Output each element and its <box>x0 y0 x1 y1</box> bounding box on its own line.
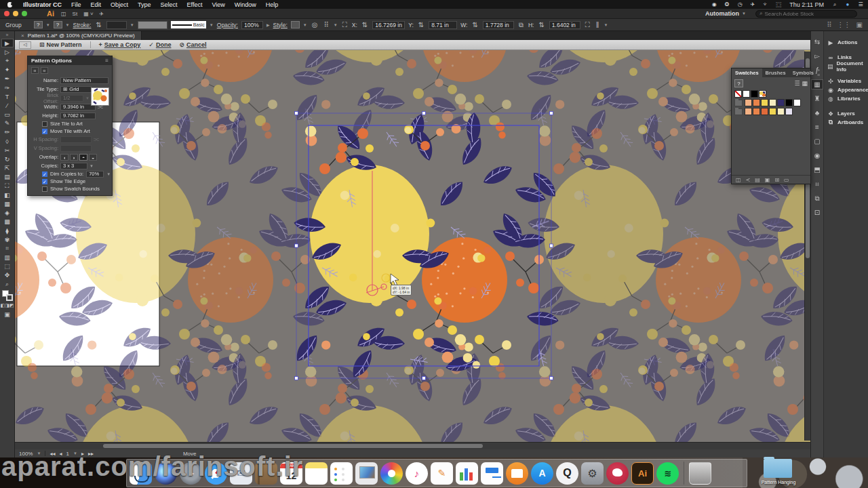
tool-5[interactable]: ✑ <box>1 83 14 92</box>
menu-illustrator[interactable]: Illustrator CC <box>18 1 66 8</box>
screen-record-icon[interactable]: ◉ <box>711 1 717 8</box>
collapsed-panel-icon-5[interactable]: ♣ <box>811 108 823 118</box>
tool-13[interactable]: ↻ <box>1 155 14 163</box>
keyboard-status-icon[interactable]: ✈ <box>749 1 756 8</box>
swatch-libraries-icon[interactable]: ◫ <box>736 177 741 183</box>
document-tab[interactable]: × Pattern 1.ai* @ 100% (CMYK/GPU Preview… <box>15 31 142 40</box>
color-group-folder-icon[interactable] <box>734 100 743 106</box>
desktop-folder-icon[interactable] <box>764 459 792 478</box>
minimize-window-button[interactable] <box>13 11 18 16</box>
tool-16[interactable]: ⛶ <box>1 182 14 190</box>
overlap-left-front-button[interactable]: ◖ <box>60 154 68 161</box>
delete-swatch-icon[interactable]: ▭ <box>784 177 789 183</box>
tool-7[interactable]: ∕ <box>1 101 14 110</box>
horizontal-scrollbar[interactable] <box>15 442 810 449</box>
show-tile-edge-checkbox[interactable]: ✓ <box>42 179 47 184</box>
tool-26[interactable]: ✥ <box>1 271 14 280</box>
overlap-right-front-button[interactable]: ◗ <box>70 154 78 161</box>
panel-button-layers[interactable]: ❖ Layers <box>824 109 868 118</box>
panel-button-document-info[interactable]: ▤ Document Info <box>824 62 868 70</box>
menu-select[interactable]: Select <box>156 1 182 8</box>
swatch-g1-0[interactable] <box>745 108 752 115</box>
color-group-folder-icon[interactable] <box>734 108 743 115</box>
stock-icon[interactable]: St <box>73 11 78 17</box>
swatch-g1-4[interactable] <box>777 108 785 115</box>
swatch-g1-1[interactable] <box>753 108 760 115</box>
swatch-none[interactable] <box>734 90 742 98</box>
color-mode-buttons[interactable]: ◧◨◩ <box>1 301 14 310</box>
align-boundingbox-icon[interactable]: ⛶ <box>341 21 349 29</box>
size-tile-checkbox[interactable] <box>42 121 47 127</box>
tab-brushes[interactable]: Brushes <box>762 68 789 77</box>
dock-spotify-icon[interactable]: ≋ <box>656 462 679 485</box>
swatch-g0-2[interactable] <box>761 99 768 106</box>
panel-button-artboards[interactable]: ⧉ Artboards <box>824 118 868 127</box>
close-tab-icon[interactable]: × <box>21 33 24 39</box>
toolbar-collapse-icon[interactable]: » <box>6 33 9 39</box>
x-stepper[interactable]: ⇅ <box>361 21 369 28</box>
swatch-g0-4[interactable] <box>777 99 785 106</box>
tool-23[interactable]: ⌗ <box>1 244 14 253</box>
swatch-g0-5[interactable] <box>785 99 793 106</box>
cancel-button[interactable]: ⊘ Cancel <box>179 41 206 48</box>
save-a-copy-button[interactable]: + Save a Copy <box>99 41 141 48</box>
tool-0[interactable]: ▶ <box>1 39 14 47</box>
dim-copies-select[interactable]: 70% <box>86 171 104 178</box>
stroke-color-swatch[interactable]: ? <box>54 21 62 28</box>
overlap-bottom-front-button[interactable]: ◒ <box>89 154 97 161</box>
stroke-weight-field[interactable] <box>106 21 127 29</box>
opacity-label[interactable]: Opacity: <box>217 22 238 28</box>
dim-copies-checkbox[interactable]: ✓ <box>42 171 47 177</box>
tool-1[interactable]: ▷ <box>1 47 14 56</box>
dock-numbers-icon[interactable] <box>456 462 478 485</box>
swatch-g1-5[interactable] <box>785 108 793 115</box>
collapsed-panel-icon-7[interactable]: ▢ <box>811 136 823 146</box>
color-app-status-icon[interactable]: ❂ <box>724 1 730 8</box>
collapsed-panel-icon-4[interactable]: ♜ <box>811 94 823 104</box>
dock-reddog-icon[interactable] <box>606 462 629 485</box>
panel-toggle-icon[interactable]: ⋮⋮ <box>837 21 851 28</box>
menu-view[interactable]: View <box>207 1 229 8</box>
panel-button-libraries[interactable]: ◍ Libraries <box>824 94 868 103</box>
swatch-g1-2[interactable] <box>761 108 768 115</box>
swatch-kinds-icon[interactable]: ≺ <box>746 177 751 183</box>
style-swatch[interactable] <box>291 21 300 28</box>
time-machine-icon[interactable]: ◷ <box>736 1 743 8</box>
fill-stroke-proxy[interactable] <box>2 290 13 301</box>
tile-type-select[interactable]: ⊞Grid <box>60 86 92 93</box>
spotlight-search-icon[interactable]: ⌕ <box>831 1 838 8</box>
pattern-back-button[interactable]: ◁ <box>19 41 31 49</box>
tool-3[interactable]: ✦ <box>1 66 14 75</box>
swatch-1[interactable] <box>743 90 750 98</box>
tool-27[interactable]: ⌕ <box>1 280 14 289</box>
swatch-g0-0[interactable] <box>745 99 752 106</box>
arrange-documents-icon[interactable]: ▦ ˅ <box>83 11 93 17</box>
height-field[interactable]: 9.7082 in <box>60 113 96 119</box>
collapsed-panel-icon-6[interactable]: ≡ <box>811 122 823 132</box>
share-icon[interactable]: ✈ <box>100 11 104 17</box>
stroke-label[interactable]: Stroke: <box>73 22 92 28</box>
collapsed-panel-icon-11[interactable]: ⧉ <box>811 193 823 203</box>
screen-mode-button[interactable]: ▣ <box>1 310 14 319</box>
tool-2[interactable]: ⌖ <box>1 56 14 65</box>
dock-keynote-icon[interactable] <box>481 462 503 485</box>
tool-4[interactable]: ✒ <box>1 75 14 83</box>
tool-9[interactable]: ✎ <box>1 119 14 128</box>
stroke-weight-stepper[interactable]: ⇅ <box>94 21 102 28</box>
menu-window[interactable]: Window <box>230 1 261 8</box>
dock-sysprefs-icon[interactable]: ⚙ <box>581 462 604 485</box>
swatch-options-icon[interactable]: ▤ <box>755 177 760 183</box>
search-input[interactable] <box>764 11 846 17</box>
opacity-field[interactable]: 100% <box>241 21 263 29</box>
tab-swatches[interactable]: Swatches <box>732 68 762 77</box>
dock-pages-icon[interactable]: ✎ <box>431 462 453 485</box>
x-field[interactable]: 16.7269 in <box>372 21 405 29</box>
copies-select[interactable]: 3 x 3 <box>60 163 87 169</box>
siri-menu-icon[interactable]: ● <box>844 1 851 8</box>
display-icon[interactable]: ⿴ <box>775 1 782 8</box>
dock-photobooth-icon[interactable] <box>355 462 378 485</box>
tool-21[interactable]: ⧫ <box>1 226 14 235</box>
tool-14[interactable]: ⇱ <box>1 164 14 173</box>
style-label[interactable]: Style: <box>273 22 288 28</box>
tool-24[interactable]: ▥ <box>1 253 14 262</box>
